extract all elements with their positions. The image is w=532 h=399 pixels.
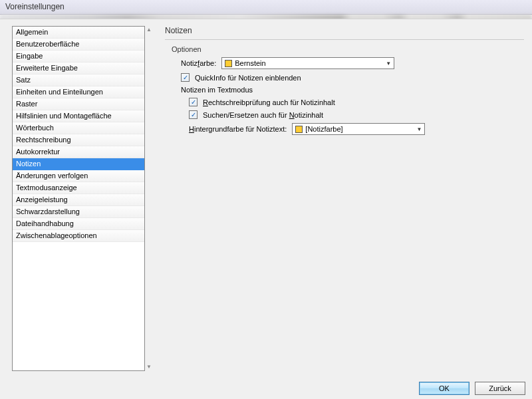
chevron-down-icon: ▼ bbox=[416, 126, 422, 132]
sidebar-scroll-indicator: ▲ ▼ bbox=[145, 26, 153, 371]
options-label: Optionen bbox=[172, 45, 524, 53]
spellcheck-label: Rechtschreibprüfung auch für Notizinhalt bbox=[203, 98, 335, 106]
preferences-panel: AllgemeinBenutzeroberflächeEingabeErweit… bbox=[0, 19, 532, 378]
sidebar-item-5[interactable]: Einheiten und Einteilungen bbox=[13, 86, 144, 98]
sidebar-item-1[interactable]: Benutzeroberfläche bbox=[13, 39, 144, 51]
note-color-label: Notizfarbe: bbox=[181, 59, 216, 67]
sidebar-item-16[interactable]: Dateihandhabung bbox=[13, 218, 144, 230]
spellcheck-row: ✓ Rechtschreibprüfung auch für Notizinha… bbox=[189, 98, 524, 106]
note-color-dropdown[interactable]: Bernstein ▼ bbox=[221, 57, 394, 69]
title-separator bbox=[165, 39, 524, 40]
sidebar-item-9[interactable]: Rechtschreibung bbox=[13, 134, 144, 146]
searchreplace-row: ✓ Suchen/Ersetzen auch für Notizinhalt bbox=[189, 110, 524, 119]
note-color-swatch bbox=[225, 60, 232, 67]
quickinfo-checkbox[interactable]: ✓ bbox=[181, 73, 190, 82]
sidebar-item-17[interactable]: Zwischenablageoptionen bbox=[13, 230, 144, 242]
bgcolor-row: Hintergrundfarbe für Notiztext: [Notizfa… bbox=[189, 123, 524, 135]
sidebar-item-12[interactable]: Änderungen verfolgen bbox=[13, 170, 144, 182]
back-button[interactable]: Zurück bbox=[475, 382, 525, 395]
searchreplace-checkbox[interactable]: ✓ bbox=[189, 110, 198, 119]
note-color-value: Bernstein bbox=[235, 59, 265, 67]
sidebar-wrap: AllgemeinBenutzeroberflächeEingabeErweit… bbox=[12, 26, 153, 371]
scroll-up-icon: ▲ bbox=[146, 27, 152, 33]
dialog-buttons: OK Zurück bbox=[419, 382, 525, 395]
content-area: Notizen Optionen Notizfarbe: Bernstein ▼… bbox=[165, 26, 524, 371]
note-color-row: Notizfarbe: Bernstein ▼ bbox=[181, 57, 524, 69]
bgcolor-label: Hintergrundfarbe für Notiztext: bbox=[189, 125, 287, 133]
spellcheck-checkbox[interactable]: ✓ bbox=[189, 98, 198, 106]
sidebar-item-4[interactable]: Satz bbox=[13, 74, 144, 86]
sidebar-item-0[interactable]: Allgemein bbox=[13, 27, 144, 39]
textmode-subsection-label: Notizen im Textmodus bbox=[181, 86, 524, 94]
bgcolor-dropdown[interactable]: [Notizfarbe] ▼ bbox=[292, 123, 425, 135]
sidebar-item-15[interactable]: Schwarzdarstellung bbox=[13, 206, 144, 218]
window-titlebar: Voreinstellungen bbox=[0, 0, 532, 15]
page-title: Notizen bbox=[165, 26, 524, 35]
options-section: Optionen Notizfarbe: Bernstein ▼ ✓ Quick… bbox=[172, 45, 524, 135]
sidebar-item-7[interactable]: Hilfslinien und Montagefläche bbox=[13, 110, 144, 122]
sidebar-item-13[interactable]: Textmodusanzeige bbox=[13, 182, 144, 194]
sidebar-item-6[interactable]: Raster bbox=[13, 98, 144, 110]
scroll-down-icon: ▼ bbox=[146, 364, 152, 370]
searchreplace-label: Suchen/Ersetzen auch für Notizinhalt bbox=[203, 111, 323, 119]
category-list[interactable]: AllgemeinBenutzeroberflächeEingabeErweit… bbox=[12, 26, 145, 371]
bgcolor-swatch bbox=[295, 126, 303, 133]
window-title: Voreinstellungen bbox=[5, 2, 65, 11]
chevron-down-icon: ▼ bbox=[386, 61, 391, 66]
sidebar-item-11[interactable]: Notizen bbox=[13, 158, 144, 170]
sidebar-item-8[interactable]: Wörterbuch bbox=[13, 122, 144, 134]
quickinfo-row: ✓ QuickInfo für Notizen einblenden bbox=[181, 73, 524, 82]
quickinfo-label: QuickInfo für Notizen einblenden bbox=[195, 74, 301, 82]
sidebar-item-14[interactable]: Anzeigeleistung bbox=[13, 194, 144, 206]
sidebar-item-10[interactable]: Autokorrektur bbox=[13, 146, 144, 158]
bgcolor-value: [Notizfarbe] bbox=[305, 125, 342, 133]
ok-button[interactable]: OK bbox=[419, 382, 469, 395]
sidebar-item-3[interactable]: Erweiterte Eingabe bbox=[13, 63, 144, 74]
sidebar-item-2[interactable]: Eingabe bbox=[13, 51, 144, 63]
